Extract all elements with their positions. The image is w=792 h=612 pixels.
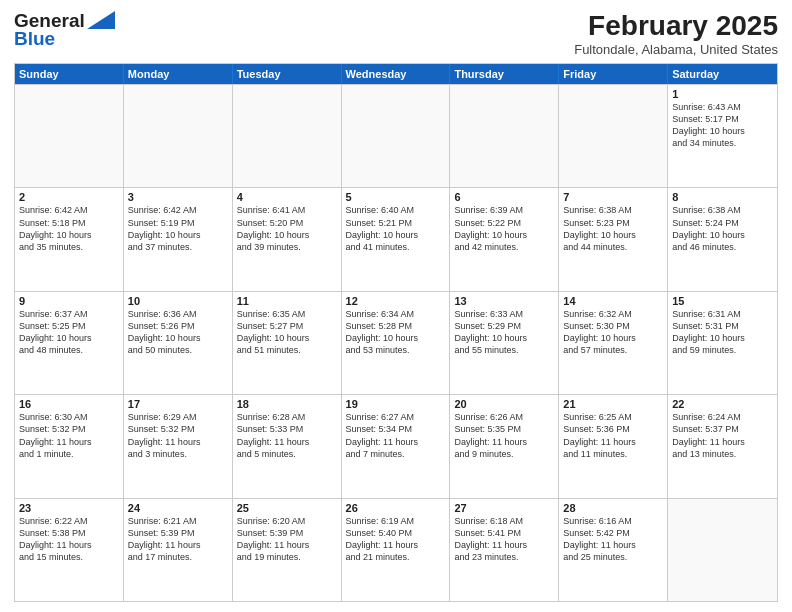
day-number: 6 bbox=[454, 191, 554, 203]
day-info: Sunrise: 6:36 AM Sunset: 5:26 PM Dayligh… bbox=[128, 308, 228, 357]
day-number: 18 bbox=[237, 398, 337, 410]
day-cell-24: 24Sunrise: 6:21 AM Sunset: 5:39 PM Dayli… bbox=[124, 499, 233, 601]
empty-cell-0-3 bbox=[342, 85, 451, 187]
calendar-row-3: 16Sunrise: 6:30 AM Sunset: 5:32 PM Dayli… bbox=[15, 394, 777, 497]
day-info: Sunrise: 6:16 AM Sunset: 5:42 PM Dayligh… bbox=[563, 515, 663, 564]
calendar-row-1: 2Sunrise: 6:42 AM Sunset: 5:18 PM Daylig… bbox=[15, 187, 777, 290]
weekday-header-sunday: Sunday bbox=[15, 64, 124, 84]
day-number: 9 bbox=[19, 295, 119, 307]
day-cell-10: 10Sunrise: 6:36 AM Sunset: 5:26 PM Dayli… bbox=[124, 292, 233, 394]
day-number: 25 bbox=[237, 502, 337, 514]
day-number: 20 bbox=[454, 398, 554, 410]
day-number: 28 bbox=[563, 502, 663, 514]
weekday-header-saturday: Saturday bbox=[668, 64, 777, 84]
weekday-header-tuesday: Tuesday bbox=[233, 64, 342, 84]
day-cell-20: 20Sunrise: 6:26 AM Sunset: 5:35 PM Dayli… bbox=[450, 395, 559, 497]
day-cell-6: 6Sunrise: 6:39 AM Sunset: 5:22 PM Daylig… bbox=[450, 188, 559, 290]
calendar: SundayMondayTuesdayWednesdayThursdayFrid… bbox=[14, 63, 778, 602]
calendar-header: SundayMondayTuesdayWednesdayThursdayFrid… bbox=[15, 64, 777, 84]
day-cell-25: 25Sunrise: 6:20 AM Sunset: 5:39 PM Dayli… bbox=[233, 499, 342, 601]
day-info: Sunrise: 6:38 AM Sunset: 5:23 PM Dayligh… bbox=[563, 204, 663, 253]
day-cell-3: 3Sunrise: 6:42 AM Sunset: 5:19 PM Daylig… bbox=[124, 188, 233, 290]
day-number: 19 bbox=[346, 398, 446, 410]
day-info: Sunrise: 6:19 AM Sunset: 5:40 PM Dayligh… bbox=[346, 515, 446, 564]
day-number: 1 bbox=[672, 88, 773, 100]
empty-cell-0-4 bbox=[450, 85, 559, 187]
page: General Blue February 2025 Fultondale, A… bbox=[0, 0, 792, 612]
logo-blue: Blue bbox=[14, 28, 55, 50]
day-number: 14 bbox=[563, 295, 663, 307]
day-number: 24 bbox=[128, 502, 228, 514]
day-cell-7: 7Sunrise: 6:38 AM Sunset: 5:23 PM Daylig… bbox=[559, 188, 668, 290]
day-number: 16 bbox=[19, 398, 119, 410]
calendar-body: 1Sunrise: 6:43 AM Sunset: 5:17 PM Daylig… bbox=[15, 84, 777, 601]
empty-cell-0-5 bbox=[559, 85, 668, 187]
day-cell-11: 11Sunrise: 6:35 AM Sunset: 5:27 PM Dayli… bbox=[233, 292, 342, 394]
day-cell-19: 19Sunrise: 6:27 AM Sunset: 5:34 PM Dayli… bbox=[342, 395, 451, 497]
empty-cell-0-2 bbox=[233, 85, 342, 187]
day-number: 21 bbox=[563, 398, 663, 410]
day-info: Sunrise: 6:43 AM Sunset: 5:17 PM Dayligh… bbox=[672, 101, 773, 150]
day-info: Sunrise: 6:31 AM Sunset: 5:31 PM Dayligh… bbox=[672, 308, 773, 357]
day-number: 23 bbox=[19, 502, 119, 514]
day-cell-17: 17Sunrise: 6:29 AM Sunset: 5:32 PM Dayli… bbox=[124, 395, 233, 497]
day-cell-14: 14Sunrise: 6:32 AM Sunset: 5:30 PM Dayli… bbox=[559, 292, 668, 394]
day-cell-9: 9Sunrise: 6:37 AM Sunset: 5:25 PM Daylig… bbox=[15, 292, 124, 394]
day-info: Sunrise: 6:33 AM Sunset: 5:29 PM Dayligh… bbox=[454, 308, 554, 357]
day-info: Sunrise: 6:25 AM Sunset: 5:36 PM Dayligh… bbox=[563, 411, 663, 460]
month-title: February 2025 bbox=[574, 10, 778, 42]
day-number: 15 bbox=[672, 295, 773, 307]
title-block: February 2025 Fultondale, Alabama, Unite… bbox=[574, 10, 778, 57]
calendar-row-2: 9Sunrise: 6:37 AM Sunset: 5:25 PM Daylig… bbox=[15, 291, 777, 394]
day-info: Sunrise: 6:32 AM Sunset: 5:30 PM Dayligh… bbox=[563, 308, 663, 357]
day-number: 5 bbox=[346, 191, 446, 203]
header: General Blue February 2025 Fultondale, A… bbox=[14, 10, 778, 57]
day-number: 26 bbox=[346, 502, 446, 514]
day-cell-13: 13Sunrise: 6:33 AM Sunset: 5:29 PM Dayli… bbox=[450, 292, 559, 394]
day-cell-4: 4Sunrise: 6:41 AM Sunset: 5:20 PM Daylig… bbox=[233, 188, 342, 290]
day-info: Sunrise: 6:18 AM Sunset: 5:41 PM Dayligh… bbox=[454, 515, 554, 564]
day-info: Sunrise: 6:24 AM Sunset: 5:37 PM Dayligh… bbox=[672, 411, 773, 460]
day-cell-22: 22Sunrise: 6:24 AM Sunset: 5:37 PM Dayli… bbox=[668, 395, 777, 497]
day-number: 11 bbox=[237, 295, 337, 307]
day-number: 4 bbox=[237, 191, 337, 203]
empty-cell-0-1 bbox=[124, 85, 233, 187]
day-number: 8 bbox=[672, 191, 773, 203]
day-number: 17 bbox=[128, 398, 228, 410]
day-cell-5: 5Sunrise: 6:40 AM Sunset: 5:21 PM Daylig… bbox=[342, 188, 451, 290]
weekday-header-wednesday: Wednesday bbox=[342, 64, 451, 84]
day-info: Sunrise: 6:34 AM Sunset: 5:28 PM Dayligh… bbox=[346, 308, 446, 357]
day-info: Sunrise: 6:35 AM Sunset: 5:27 PM Dayligh… bbox=[237, 308, 337, 357]
day-cell-27: 27Sunrise: 6:18 AM Sunset: 5:41 PM Dayli… bbox=[450, 499, 559, 601]
day-info: Sunrise: 6:42 AM Sunset: 5:19 PM Dayligh… bbox=[128, 204, 228, 253]
day-info: Sunrise: 6:22 AM Sunset: 5:38 PM Dayligh… bbox=[19, 515, 119, 564]
day-number: 22 bbox=[672, 398, 773, 410]
day-info: Sunrise: 6:42 AM Sunset: 5:18 PM Dayligh… bbox=[19, 204, 119, 253]
day-cell-18: 18Sunrise: 6:28 AM Sunset: 5:33 PM Dayli… bbox=[233, 395, 342, 497]
empty-cell-0-0 bbox=[15, 85, 124, 187]
day-cell-23: 23Sunrise: 6:22 AM Sunset: 5:38 PM Dayli… bbox=[15, 499, 124, 601]
day-info: Sunrise: 6:40 AM Sunset: 5:21 PM Dayligh… bbox=[346, 204, 446, 253]
day-info: Sunrise: 6:29 AM Sunset: 5:32 PM Dayligh… bbox=[128, 411, 228, 460]
day-number: 13 bbox=[454, 295, 554, 307]
day-cell-16: 16Sunrise: 6:30 AM Sunset: 5:32 PM Dayli… bbox=[15, 395, 124, 497]
day-cell-1: 1Sunrise: 6:43 AM Sunset: 5:17 PM Daylig… bbox=[668, 85, 777, 187]
calendar-row-0: 1Sunrise: 6:43 AM Sunset: 5:17 PM Daylig… bbox=[15, 84, 777, 187]
day-cell-2: 2Sunrise: 6:42 AM Sunset: 5:18 PM Daylig… bbox=[15, 188, 124, 290]
day-cell-28: 28Sunrise: 6:16 AM Sunset: 5:42 PM Dayli… bbox=[559, 499, 668, 601]
day-info: Sunrise: 6:41 AM Sunset: 5:20 PM Dayligh… bbox=[237, 204, 337, 253]
day-number: 3 bbox=[128, 191, 228, 203]
day-info: Sunrise: 6:27 AM Sunset: 5:34 PM Dayligh… bbox=[346, 411, 446, 460]
day-info: Sunrise: 6:37 AM Sunset: 5:25 PM Dayligh… bbox=[19, 308, 119, 357]
day-number: 10 bbox=[128, 295, 228, 307]
location: Fultondale, Alabama, United States bbox=[574, 42, 778, 57]
day-info: Sunrise: 6:38 AM Sunset: 5:24 PM Dayligh… bbox=[672, 204, 773, 253]
day-cell-8: 8Sunrise: 6:38 AM Sunset: 5:24 PM Daylig… bbox=[668, 188, 777, 290]
day-number: 27 bbox=[454, 502, 554, 514]
logo: General Blue bbox=[14, 10, 115, 50]
weekday-header-thursday: Thursday bbox=[450, 64, 559, 84]
day-info: Sunrise: 6:30 AM Sunset: 5:32 PM Dayligh… bbox=[19, 411, 119, 460]
day-info: Sunrise: 6:28 AM Sunset: 5:33 PM Dayligh… bbox=[237, 411, 337, 460]
logo-icon bbox=[87, 11, 115, 29]
day-number: 2 bbox=[19, 191, 119, 203]
